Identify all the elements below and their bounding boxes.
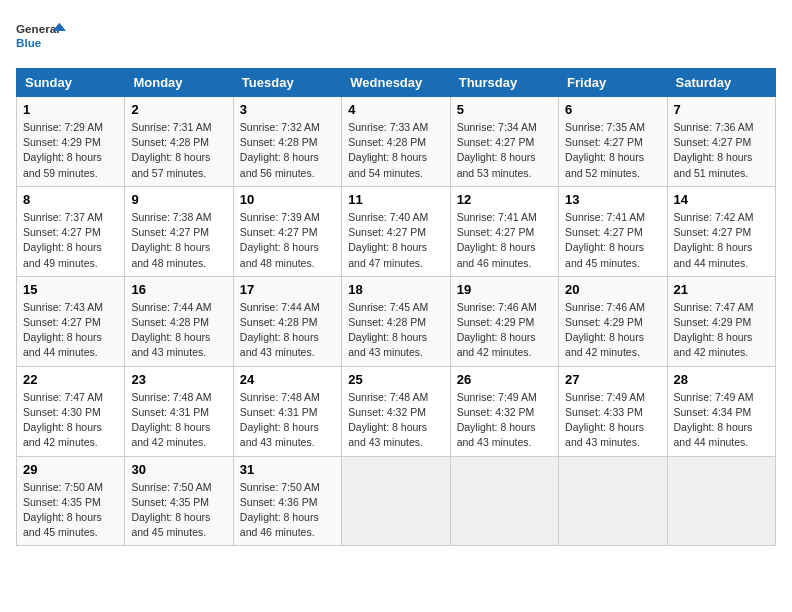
sunset-label: Sunset: 4:33 PM bbox=[565, 406, 643, 418]
sunrise-label: Sunrise: 7:49 AM bbox=[457, 391, 537, 403]
calendar-week-row: 22 Sunrise: 7:47 AM Sunset: 4:30 PM Dayl… bbox=[17, 366, 776, 456]
calendar-day-cell: 16 Sunrise: 7:44 AM Sunset: 4:28 PM Dayl… bbox=[125, 276, 233, 366]
calendar-day-cell: 24 Sunrise: 7:48 AM Sunset: 4:31 PM Dayl… bbox=[233, 366, 341, 456]
calendar-day-cell: 6 Sunrise: 7:35 AM Sunset: 4:27 PM Dayli… bbox=[559, 97, 667, 187]
day-info: Sunrise: 7:32 AM Sunset: 4:28 PM Dayligh… bbox=[240, 120, 335, 181]
calendar-day-cell: 26 Sunrise: 7:49 AM Sunset: 4:32 PM Dayl… bbox=[450, 366, 558, 456]
daylight-label: Daylight: 8 hours and 45 minutes. bbox=[131, 511, 210, 538]
calendar-day-cell: 13 Sunrise: 7:41 AM Sunset: 4:27 PM Dayl… bbox=[559, 186, 667, 276]
daylight-label: Daylight: 8 hours and 43 minutes. bbox=[240, 331, 319, 358]
calendar-day-cell: 22 Sunrise: 7:47 AM Sunset: 4:30 PM Dayl… bbox=[17, 366, 125, 456]
calendar-day-cell: 23 Sunrise: 7:48 AM Sunset: 4:31 PM Dayl… bbox=[125, 366, 233, 456]
day-number: 18 bbox=[348, 282, 443, 297]
sunset-label: Sunset: 4:29 PM bbox=[457, 316, 535, 328]
daylight-label: Daylight: 8 hours and 53 minutes. bbox=[457, 151, 536, 178]
sunrise-label: Sunrise: 7:42 AM bbox=[674, 211, 754, 223]
day-number: 9 bbox=[131, 192, 226, 207]
calendar-day-cell: 31 Sunrise: 7:50 AM Sunset: 4:36 PM Dayl… bbox=[233, 456, 341, 546]
calendar-day-cell: 25 Sunrise: 7:48 AM Sunset: 4:32 PM Dayl… bbox=[342, 366, 450, 456]
sunset-label: Sunset: 4:28 PM bbox=[348, 136, 426, 148]
daylight-label: Daylight: 8 hours and 56 minutes. bbox=[240, 151, 319, 178]
daylight-label: Daylight: 8 hours and 43 minutes. bbox=[457, 421, 536, 448]
sunrise-label: Sunrise: 7:49 AM bbox=[674, 391, 754, 403]
sunset-label: Sunset: 4:34 PM bbox=[674, 406, 752, 418]
calendar-day-cell: 12 Sunrise: 7:41 AM Sunset: 4:27 PM Dayl… bbox=[450, 186, 558, 276]
calendar-day-cell: 14 Sunrise: 7:42 AM Sunset: 4:27 PM Dayl… bbox=[667, 186, 775, 276]
calendar-day-cell: 27 Sunrise: 7:49 AM Sunset: 4:33 PM Dayl… bbox=[559, 366, 667, 456]
day-info: Sunrise: 7:49 AM Sunset: 4:34 PM Dayligh… bbox=[674, 390, 769, 451]
sunrise-label: Sunrise: 7:40 AM bbox=[348, 211, 428, 223]
sunset-label: Sunset: 4:27 PM bbox=[240, 226, 318, 238]
daylight-label: Daylight: 8 hours and 43 minutes. bbox=[348, 331, 427, 358]
day-info: Sunrise: 7:39 AM Sunset: 4:27 PM Dayligh… bbox=[240, 210, 335, 271]
calendar-day-cell: 2 Sunrise: 7:31 AM Sunset: 4:28 PM Dayli… bbox=[125, 97, 233, 187]
day-info: Sunrise: 7:49 AM Sunset: 4:32 PM Dayligh… bbox=[457, 390, 552, 451]
day-info: Sunrise: 7:46 AM Sunset: 4:29 PM Dayligh… bbox=[457, 300, 552, 361]
sunset-label: Sunset: 4:36 PM bbox=[240, 496, 318, 508]
sunset-label: Sunset: 4:29 PM bbox=[23, 136, 101, 148]
sunset-label: Sunset: 4:27 PM bbox=[457, 226, 535, 238]
day-number: 25 bbox=[348, 372, 443, 387]
calendar-week-row: 1 Sunrise: 7:29 AM Sunset: 4:29 PM Dayli… bbox=[17, 97, 776, 187]
day-of-week-header: Thursday bbox=[450, 69, 558, 97]
sunset-label: Sunset: 4:32 PM bbox=[348, 406, 426, 418]
calendar-day-cell bbox=[342, 456, 450, 546]
daylight-label: Daylight: 8 hours and 48 minutes. bbox=[131, 241, 210, 268]
daylight-label: Daylight: 8 hours and 46 minutes. bbox=[457, 241, 536, 268]
sunrise-label: Sunrise: 7:50 AM bbox=[240, 481, 320, 493]
day-info: Sunrise: 7:43 AM Sunset: 4:27 PM Dayligh… bbox=[23, 300, 118, 361]
sunrise-label: Sunrise: 7:39 AM bbox=[240, 211, 320, 223]
sunset-label: Sunset: 4:35 PM bbox=[131, 496, 209, 508]
calendar-week-row: 8 Sunrise: 7:37 AM Sunset: 4:27 PM Dayli… bbox=[17, 186, 776, 276]
day-of-week-header: Saturday bbox=[667, 69, 775, 97]
sunset-label: Sunset: 4:28 PM bbox=[348, 316, 426, 328]
page-header: General Blue bbox=[16, 16, 776, 56]
day-info: Sunrise: 7:37 AM Sunset: 4:27 PM Dayligh… bbox=[23, 210, 118, 271]
sunrise-label: Sunrise: 7:48 AM bbox=[131, 391, 211, 403]
calendar-day-cell bbox=[450, 456, 558, 546]
sunrise-label: Sunrise: 7:34 AM bbox=[457, 121, 537, 133]
logo: General Blue bbox=[16, 16, 66, 56]
calendar-day-cell: 15 Sunrise: 7:43 AM Sunset: 4:27 PM Dayl… bbox=[17, 276, 125, 366]
day-number: 19 bbox=[457, 282, 552, 297]
calendar-day-cell: 8 Sunrise: 7:37 AM Sunset: 4:27 PM Dayli… bbox=[17, 186, 125, 276]
calendar-day-cell: 5 Sunrise: 7:34 AM Sunset: 4:27 PM Dayli… bbox=[450, 97, 558, 187]
day-number: 31 bbox=[240, 462, 335, 477]
day-number: 14 bbox=[674, 192, 769, 207]
sunset-label: Sunset: 4:27 PM bbox=[457, 136, 535, 148]
sunrise-label: Sunrise: 7:44 AM bbox=[240, 301, 320, 313]
day-info: Sunrise: 7:38 AM Sunset: 4:27 PM Dayligh… bbox=[131, 210, 226, 271]
daylight-label: Daylight: 8 hours and 43 minutes. bbox=[240, 421, 319, 448]
day-number: 24 bbox=[240, 372, 335, 387]
daylight-label: Daylight: 8 hours and 43 minutes. bbox=[565, 421, 644, 448]
day-number: 20 bbox=[565, 282, 660, 297]
daylight-label: Daylight: 8 hours and 51 minutes. bbox=[674, 151, 753, 178]
sunrise-label: Sunrise: 7:48 AM bbox=[348, 391, 428, 403]
day-number: 6 bbox=[565, 102, 660, 117]
day-number: 13 bbox=[565, 192, 660, 207]
sunset-label: Sunset: 4:27 PM bbox=[565, 226, 643, 238]
sunset-label: Sunset: 4:27 PM bbox=[674, 226, 752, 238]
calendar-day-cell bbox=[667, 456, 775, 546]
day-number: 3 bbox=[240, 102, 335, 117]
day-number: 2 bbox=[131, 102, 226, 117]
day-number: 22 bbox=[23, 372, 118, 387]
calendar-day-cell: 28 Sunrise: 7:49 AM Sunset: 4:34 PM Dayl… bbox=[667, 366, 775, 456]
sunset-label: Sunset: 4:28 PM bbox=[131, 316, 209, 328]
calendar-day-cell: 9 Sunrise: 7:38 AM Sunset: 4:27 PM Dayli… bbox=[125, 186, 233, 276]
sunrise-label: Sunrise: 7:48 AM bbox=[240, 391, 320, 403]
sunrise-label: Sunrise: 7:38 AM bbox=[131, 211, 211, 223]
sunrise-label: Sunrise: 7:50 AM bbox=[23, 481, 103, 493]
sunrise-label: Sunrise: 7:49 AM bbox=[565, 391, 645, 403]
day-info: Sunrise: 7:48 AM Sunset: 4:31 PM Dayligh… bbox=[131, 390, 226, 451]
sunset-label: Sunset: 4:28 PM bbox=[240, 136, 318, 148]
daylight-label: Daylight: 8 hours and 48 minutes. bbox=[240, 241, 319, 268]
sunset-label: Sunset: 4:27 PM bbox=[23, 226, 101, 238]
sunrise-label: Sunrise: 7:41 AM bbox=[457, 211, 537, 223]
day-number: 5 bbox=[457, 102, 552, 117]
calendar-day-cell: 18 Sunrise: 7:45 AM Sunset: 4:28 PM Dayl… bbox=[342, 276, 450, 366]
day-of-week-header: Friday bbox=[559, 69, 667, 97]
sunset-label: Sunset: 4:31 PM bbox=[131, 406, 209, 418]
day-info: Sunrise: 7:44 AM Sunset: 4:28 PM Dayligh… bbox=[240, 300, 335, 361]
sunset-label: Sunset: 4:35 PM bbox=[23, 496, 101, 508]
